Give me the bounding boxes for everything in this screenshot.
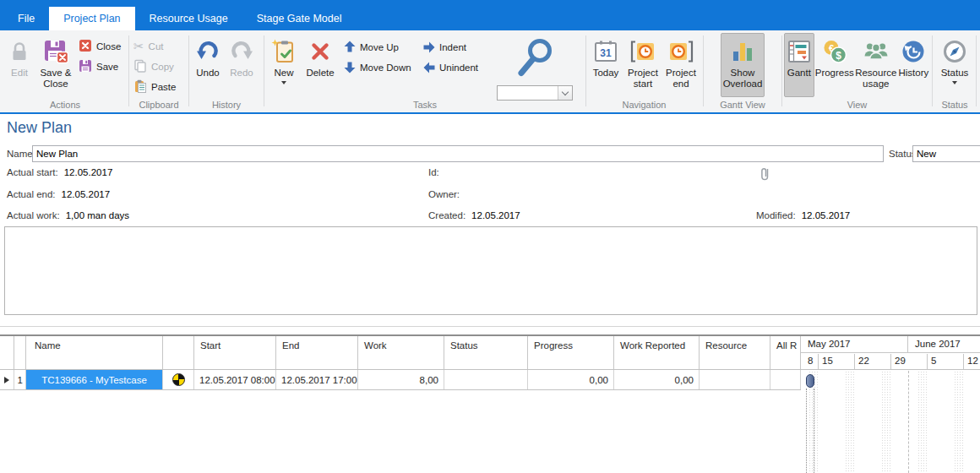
lock-icon xyxy=(8,36,30,67)
project-start-button[interactable]: Project start xyxy=(623,33,662,97)
arrow-right-icon xyxy=(423,41,435,53)
paste-button[interactable]: Paste xyxy=(131,78,178,95)
status-group-label: Status xyxy=(934,100,975,110)
header-start[interactable]: Start xyxy=(194,336,276,369)
gantt-label: Gantt xyxy=(787,68,811,79)
gantt-button[interactable]: Gantt xyxy=(784,33,814,97)
status-input[interactable] xyxy=(912,145,980,162)
tasks-group-label: Tasks xyxy=(266,100,584,110)
project-end-button[interactable]: Project end xyxy=(662,33,700,97)
indent-button[interactable]: Indent xyxy=(423,39,487,56)
arrow-down-icon xyxy=(344,62,356,73)
gantt-month-june: June 2017 xyxy=(908,336,980,352)
weekend-shading xyxy=(954,371,964,473)
description-box[interactable] xyxy=(4,226,977,315)
group-separator xyxy=(585,35,586,106)
gantt-task-bar[interactable] xyxy=(806,374,814,388)
move-down-label: Move Down xyxy=(360,63,411,73)
ribbon-group-actions: Edit Save & Close xyxy=(3,30,127,111)
header-end[interactable]: End xyxy=(276,336,358,369)
new-task-icon xyxy=(271,36,297,67)
close-icon xyxy=(79,39,92,54)
paperclip-icon[interactable] xyxy=(760,166,770,183)
name-field-label: Name xyxy=(7,149,33,159)
owner-label: Owner: xyxy=(428,189,460,199)
gantt-body xyxy=(801,371,980,473)
actual-start-row: Actual start: 12.05.2017 xyxy=(7,167,112,177)
name-input[interactable] xyxy=(32,145,884,162)
save-label: Save xyxy=(96,62,118,72)
arrow-left-icon xyxy=(423,62,435,73)
actions-group-label: Actions xyxy=(3,100,127,110)
delete-label: Delete xyxy=(306,68,334,79)
group-separator xyxy=(703,35,704,106)
save-and-close-button[interactable]: Save & Close xyxy=(35,33,76,97)
cell-start[interactable]: 12.05.2017 08:00 xyxy=(194,370,276,389)
gantt-week-tick: 12 xyxy=(964,354,980,369)
today-button[interactable]: 31 Today xyxy=(588,33,623,97)
weekend-shading xyxy=(845,371,855,473)
tab-stage-gate-model[interactable]: Stage Gate Model xyxy=(242,7,357,30)
search-input[interactable] xyxy=(498,86,558,100)
cell-end[interactable]: 12.05.2017 17:00 xyxy=(276,370,358,389)
history-group-label: History xyxy=(191,100,262,110)
actual-start-value: 12.05.2017 xyxy=(64,167,113,177)
show-overload-button[interactable]: Show Overload xyxy=(721,33,765,97)
scissors-icon: ✂ xyxy=(133,40,144,52)
row-number-cell: 1 xyxy=(14,370,26,389)
header-row-number xyxy=(14,336,26,369)
header-name[interactable]: Name xyxy=(26,336,163,369)
show-overload-label: Show Overload xyxy=(721,68,764,90)
move-up-label: Move Up xyxy=(360,42,399,52)
actual-work-row: Actual work: 1,00 man days xyxy=(7,210,129,220)
edit-button: Edit xyxy=(3,33,35,97)
header-all-resources[interactable]: All R xyxy=(770,336,801,369)
combobox-dropdown-button[interactable] xyxy=(558,86,572,100)
unindent-label: Unindent xyxy=(439,63,478,73)
actual-end-value: 12.05.2017 xyxy=(62,189,111,199)
table-row[interactable]: 1 TC139666 - MyTestcase 12.05.2017 08:00… xyxy=(0,370,801,390)
ribbon-tab-bar: File Project Plan Resource Usage Stage G… xyxy=(0,0,980,30)
search-icon[interactable] xyxy=(512,35,558,82)
gantt-month-header: May 2017 June 2017 xyxy=(801,336,980,353)
group-separator xyxy=(932,35,933,106)
tab-project-plan[interactable]: Project Plan xyxy=(49,7,134,30)
ribbon-group-tasks: New Delete Move Up Move D xyxy=(266,30,584,111)
unindent-button[interactable]: Unindent xyxy=(423,59,487,76)
resource-usage-button[interactable]: Resource usage xyxy=(855,33,897,97)
ribbon-group-status: Status Status xyxy=(934,30,975,111)
search-combobox[interactable] xyxy=(497,85,573,101)
move-down-button[interactable]: Move Down xyxy=(344,59,423,76)
cell-work[interactable]: 8,00 xyxy=(358,370,444,389)
ribbon: Edit Save & Close xyxy=(0,30,980,114)
header-work[interactable]: Work xyxy=(358,336,444,369)
save-button[interactable]: Save xyxy=(76,57,123,75)
redo-icon xyxy=(229,36,254,67)
tab-file[interactable]: File xyxy=(3,7,49,30)
new-button[interactable]: New xyxy=(266,33,302,97)
calendar-31-icon: 31 xyxy=(593,36,618,67)
header-status[interactable]: Status xyxy=(444,336,528,369)
redo-label: Redo xyxy=(230,68,253,79)
cell-type-icon[interactable] xyxy=(163,370,194,389)
cell-all-resources[interactable] xyxy=(770,370,801,389)
undo-button[interactable]: Undo xyxy=(191,33,225,97)
cell-work-reported[interactable]: 0,00 xyxy=(614,370,700,389)
cell-progress[interactable]: 0,00 xyxy=(528,370,614,389)
delete-button[interactable]: Delete xyxy=(302,33,339,97)
id-row: Id: xyxy=(428,167,439,177)
cell-name-selected[interactable]: TC139666 - MyTestcase xyxy=(26,370,163,389)
header-work-reported[interactable]: Work Reported xyxy=(614,336,700,369)
created-label: Created: xyxy=(428,210,466,220)
cell-status[interactable] xyxy=(444,370,528,389)
actual-work-label: Actual work: xyxy=(7,210,60,220)
cell-resource[interactable] xyxy=(700,370,770,389)
header-resource[interactable]: Resource xyxy=(700,336,770,369)
header-progress[interactable]: Progress xyxy=(528,336,614,369)
progress-button[interactable]: €$ Progress xyxy=(814,33,855,97)
move-up-button[interactable]: Move Up xyxy=(344,39,423,56)
tab-resource-usage[interactable]: Resource Usage xyxy=(135,7,242,30)
close-button[interactable]: Close xyxy=(76,37,123,55)
status-button[interactable]: Status xyxy=(935,33,974,97)
history-view-button[interactable]: History xyxy=(897,33,930,97)
